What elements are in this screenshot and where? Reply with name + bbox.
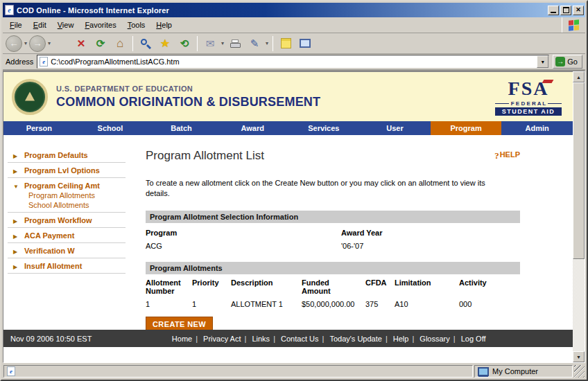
go-label: Go xyxy=(567,57,578,66)
nav-school[interactable]: School xyxy=(75,121,146,135)
allotment-row[interactable]: 1 1 ALLOTMENT 1 $50,000,000.00 375 A10 0… xyxy=(146,295,520,308)
nav-person[interactable]: Person xyxy=(3,121,75,135)
sidebar-item-label: Program Workflow xyxy=(24,216,92,224)
sidebar-item-school-allotments[interactable]: School Allotments xyxy=(3,200,135,210)
minimize-button[interactable] xyxy=(548,6,559,15)
search-icon xyxy=(140,38,151,49)
collapsed-arrow-icon: ▶ xyxy=(13,218,20,224)
fsa-logo: FSA F E D E R A L STUDENT AID xyxy=(495,78,562,116)
footer-link-links[interactable]: Links xyxy=(252,335,270,343)
cod-page: U.S. DEPARTMENT OF EDUCATION COMMON ORIG… xyxy=(3,71,573,362)
sidebar-divider xyxy=(8,242,126,243)
mail-button[interactable]: ✉ xyxy=(201,35,219,53)
edit-icon: ✎ xyxy=(250,38,259,48)
go-arrow-icon: → xyxy=(555,57,565,67)
stop-button[interactable]: ✕ xyxy=(72,35,90,53)
sidebar-item-aca-payment[interactable]: ▶ ACA Payment xyxy=(3,229,135,240)
menu-edit[interactable]: Edit xyxy=(28,18,52,32)
nav-services[interactable]: Services xyxy=(288,121,360,135)
footer-link-help[interactable]: Help xyxy=(393,335,409,343)
notes-button[interactable] xyxy=(277,35,295,53)
browser-viewport: U.S. DEPARTMENT OF EDUCATION COMMON ORIG… xyxy=(3,71,585,363)
title-bar[interactable]: e COD Online - Microsoft Internet Explor… xyxy=(3,3,585,17)
collapsed-arrow-icon: ▶ xyxy=(13,168,20,175)
refresh-button[interactable]: ⟳ xyxy=(92,35,110,53)
fsa-federal-line: F E D E R A L xyxy=(495,100,562,107)
address-input[interactable]: e C:\cod\ProgramAllotmentListACG.htm ▾ xyxy=(37,55,549,69)
cell-funded-amount: $50,000,000.00 xyxy=(302,295,365,308)
back-dropdown[interactable]: ▾ xyxy=(24,40,28,46)
footer-links: Home| Privacy Act| Links| Contact Us| To… xyxy=(92,335,566,343)
menu-favorites[interactable]: Favorites xyxy=(79,18,121,32)
discuss-button[interactable] xyxy=(296,35,314,53)
menu-help[interactable]: Help xyxy=(150,18,178,32)
sidebar-item-label: ACA Payment xyxy=(24,231,74,240)
menu-file[interactable]: File xyxy=(4,18,28,32)
edit-button[interactable]: ✎ xyxy=(245,35,263,53)
sidebar-item-label: Insuff Allotment xyxy=(24,262,82,270)
col-priority: Priority xyxy=(192,278,231,295)
sidebar-item-verification-w[interactable]: ▶ Verification W xyxy=(3,245,135,256)
create-new-button[interactable]: CREATE NEW xyxy=(146,317,213,330)
cell-activity: 000 xyxy=(459,295,520,308)
footer-link-contact-us[interactable]: Contact Us xyxy=(281,335,318,343)
nav-program[interactable]: Program xyxy=(431,121,502,135)
department-name: U.S. DEPARTMENT OF EDUCATION xyxy=(56,85,320,93)
nav-batch[interactable]: Batch xyxy=(146,121,217,135)
primary-nav: Person School Batch Award Services User … xyxy=(3,121,573,135)
vertical-scrollbar[interactable]: ▲ ▼ xyxy=(573,71,585,362)
print-button[interactable] xyxy=(226,35,244,53)
maximize-button[interactable] xyxy=(560,6,571,15)
footer-separator: | xyxy=(453,335,456,343)
nav-user[interactable]: User xyxy=(359,121,431,135)
forward-button[interactable]: → xyxy=(29,35,46,52)
footer-link-privacy-act[interactable]: Privacy Act xyxy=(203,335,241,343)
system-name: COMMON ORIGINATION & DISBURSEMENT xyxy=(56,95,320,109)
window-title: COD Online - Microsoft Internet Explorer xyxy=(17,6,169,15)
address-dropdown[interactable]: ▾ xyxy=(537,55,548,68)
scrollbar-track[interactable] xyxy=(573,259,585,351)
footer-link-todays-update[interactable]: Today's Update xyxy=(329,335,381,343)
close-button[interactable]: ✕ xyxy=(573,6,584,15)
menu-view[interactable]: View xyxy=(52,18,80,32)
search-button[interactable] xyxy=(137,35,155,53)
sidebar-item-program-lvl-options[interactable]: ▶ Program Lvl Options xyxy=(3,164,135,175)
sidebar-divider xyxy=(8,212,126,213)
nav-admin[interactable]: Admin xyxy=(501,121,573,135)
mail-icon: ✉ xyxy=(206,38,215,48)
menu-tools[interactable]: Tools xyxy=(122,18,151,32)
edit-dropdown[interactable]: ▾ xyxy=(265,40,269,46)
footer-separator: | xyxy=(273,335,275,343)
scroll-up-button[interactable]: ▲ xyxy=(573,71,585,82)
sidebar-item-program-workflow[interactable]: ▶ Program Workflow xyxy=(3,214,135,225)
sidebar-item-program-ceiling-amt[interactable]: ▼ Program Ceiling Amt xyxy=(3,179,135,190)
footer-separator: | xyxy=(245,335,247,343)
fsa-student-aid-line: STUDENT AID xyxy=(495,107,562,116)
footer-separator: | xyxy=(386,335,388,343)
sidebar-item-program-defaults[interactable]: ▶ Program Defaults xyxy=(3,149,135,160)
mail-dropdown[interactable]: ▾ xyxy=(220,40,225,46)
footer-link-home[interactable]: Home xyxy=(172,335,192,343)
favorites-button[interactable]: ★ xyxy=(156,35,174,53)
sidebar-item-program-allotments[interactable]: Program Allotments xyxy=(3,190,135,200)
nav-award[interactable]: Award xyxy=(217,121,288,135)
go-button[interactable]: → Go xyxy=(553,55,582,69)
scrollbar-thumb[interactable] xyxy=(573,82,585,259)
help-link[interactable]: ? HELP xyxy=(494,150,520,161)
sidebar-item-insuff-allotment[interactable]: ▶ Insuff Allotment xyxy=(3,260,135,271)
scroll-down-button[interactable]: ▼ xyxy=(573,351,585,362)
home-button[interactable]: ⌂ xyxy=(111,35,129,53)
footer-link-glossary[interactable]: Glossary xyxy=(420,335,449,343)
browser-toolbar: ← ▾ → ▾ ✕ ⟳ ⌂ ★ ⟲ ✉ ▾ ✎ ▾ xyxy=(3,33,585,54)
forward-dropdown[interactable]: ▾ xyxy=(47,40,51,46)
resize-grip[interactable] xyxy=(574,365,585,378)
back-button[interactable]: ← xyxy=(6,35,22,52)
help-question-icon: ? xyxy=(494,150,499,161)
notes-icon xyxy=(281,38,291,48)
history-button[interactable]: ⟲ xyxy=(175,35,193,53)
selection-info: Program Award Year ACG '06-'07 xyxy=(146,223,520,250)
col-activity: Activity xyxy=(459,278,520,295)
award-year-value: '06-'07 xyxy=(341,242,520,250)
cell-allotment-number[interactable]: 1 xyxy=(146,295,192,308)
footer-link-log-off[interactable]: Log Off xyxy=(461,335,486,343)
